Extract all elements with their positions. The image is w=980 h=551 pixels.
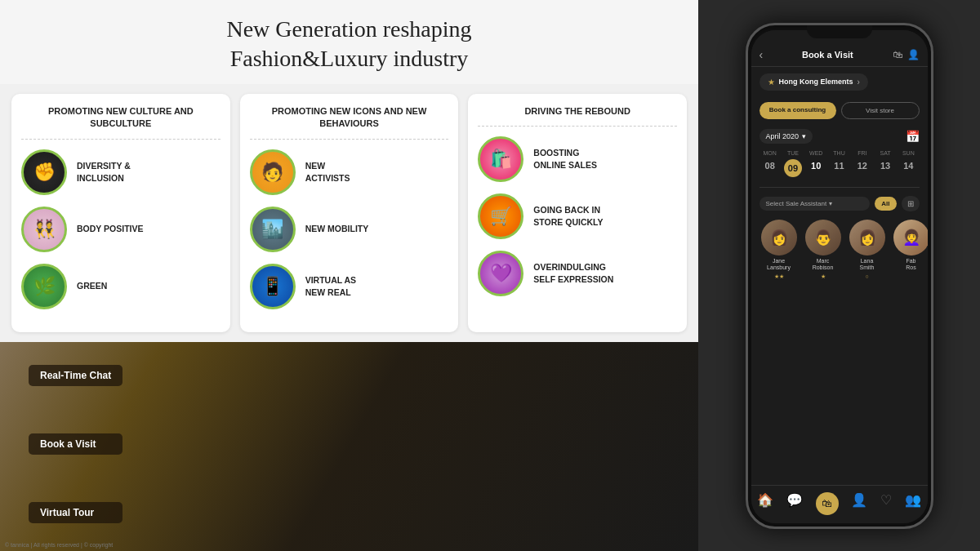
store-label: GOING BACK INSTORE QUICKLY	[533, 204, 603, 228]
card-culture-title: PROMOTING NEW CULTURE AND SUBCULTURE	[21, 105, 220, 140]
green-icon: 🌿	[21, 264, 67, 309]
staff-avatar-marc: 👨	[805, 220, 841, 256]
day-header-tue: TUE	[782, 150, 804, 156]
virtual-icon: 📱	[250, 264, 296, 309]
day-header-sun: SUN	[898, 150, 919, 156]
nav-home-icon[interactable]: 🏠	[757, 492, 773, 515]
title-line2: Fashion&Luxury industry	[230, 46, 469, 71]
nav-person-icon[interactable]: 👤	[851, 492, 867, 515]
green-label: GREEN	[77, 280, 107, 292]
calendar-section: April 2020 ▾ 📅 MON TUE WED THU FRI SAT S…	[751, 124, 928, 182]
day-9-active[interactable]: 09	[784, 159, 802, 177]
day-13[interactable]: 13	[875, 159, 896, 177]
staff-item-marc[interactable]: 👨 MarcRobison ★	[804, 220, 843, 281]
staff-row: 👩 JaneLansbury ★★ 👨 MarcRobison ★ 👩 Lana…	[751, 215, 928, 286]
day-12[interactable]: 12	[852, 159, 873, 177]
phone-mockup: ‹ Book a Visit 🛍 👤 ★ Hong Kong Elements …	[746, 23, 933, 529]
card-item: 🛒 GOING BACK INSTORE QUICKLY	[478, 193, 677, 239]
assistant-row: Select Sale Assistant ▾ All ⊞	[751, 193, 928, 215]
phone-notch	[807, 25, 872, 38]
action-buttons: Book a consulting Visit store	[751, 97, 928, 124]
day-8[interactable]: 08	[760, 159, 781, 177]
month-label: April 2020	[766, 132, 800, 140]
month-selector[interactable]: April 2020 ▾	[760, 129, 813, 144]
card-rebound-title: DRIVING THE REBOUND	[478, 105, 677, 127]
card-item: ✊ DIVERSITY &INCLUSION	[21, 149, 220, 195]
body-positive-label: BODY POSITIVE	[77, 223, 144, 235]
card-icons-title: PROMOTING NEW ICONS AND NEW BEHAVIOURS	[250, 105, 449, 140]
day-header-wed: WED	[805, 150, 826, 156]
divider	[760, 187, 920, 188]
card-item: 💜 OVERINDULGINGSELF EXPRESSION	[478, 251, 677, 296]
visit-store-button[interactable]: Visit store	[841, 102, 920, 119]
chevron-down-icon: ▾	[802, 132, 806, 140]
staff-name-lana: LanaSmith	[860, 258, 875, 272]
label-book-visit: Book a Visit	[29, 433, 122, 455]
grid-view-button[interactable]: ⊞	[902, 196, 920, 211]
profile-icon[interactable]: 👤	[907, 49, 920, 60]
store-icon: 🛒	[478, 193, 523, 239]
staff-item-fab[interactable]: 👩‍🦱 FabRos	[892, 220, 928, 281]
day-11[interactable]: 11	[828, 159, 849, 177]
mobility-icon: 🏙️	[250, 207, 296, 252]
app-icons-right: 🛍 👤	[893, 49, 920, 60]
online-sales-label: BOOSTINGONLINE SALES	[533, 147, 597, 171]
venue-star: ★	[768, 78, 775, 87]
staff-stars-lana: ○	[865, 273, 868, 279]
staff-avatar-lana: 👩	[849, 220, 885, 256]
back-button[interactable]: ‹	[760, 48, 764, 61]
cards-row: PROMOTING NEW CULTURE AND SUBCULTURE ✊ D…	[0, 84, 698, 342]
online-sales-icon: 🛍️	[478, 136, 523, 182]
day-numbers: 08 09 10 11 12 13 14	[760, 159, 920, 177]
staff-avatar-jane: 👩	[761, 220, 797, 256]
app-bottom-nav: 🏠 💬 🛍 👤 ♡ 👥	[751, 485, 928, 523]
diversity-icon: ✊	[21, 149, 67, 195]
left-panel: New Generation reshaping Fashion&Luxury …	[0, 0, 698, 551]
card-item: 🌿 GREEN	[21, 264, 220, 309]
label-realtime-chat: Real-Time Chat	[29, 365, 122, 386]
staff-stars-marc: ★	[821, 273, 826, 280]
day-14[interactable]: 14	[898, 159, 919, 177]
bottom-content: Real-Time Chat Book a Visit Virtual Tour	[0, 342, 698, 551]
venue-row: ★ Hong Kong Elements ›	[751, 67, 928, 97]
activist-label: NEWACTIVISTS	[305, 160, 350, 184]
activist-icon: 🧑	[250, 149, 296, 195]
nav-user-icon[interactable]: 👥	[905, 492, 921, 515]
assistant-selector[interactable]: Select Sale Assistant ▾	[760, 197, 871, 211]
nav-heart-icon[interactable]: ♡	[880, 492, 892, 515]
staff-item-jane[interactable]: 👩 JaneLansbury ★★	[760, 220, 799, 281]
day-headers: MON TUE WED THU FRI SAT SUN	[760, 150, 920, 156]
app-title: Book a Visit	[802, 50, 853, 60]
chevron-right-icon: ›	[858, 78, 860, 87]
all-filter-button[interactable]: All	[875, 197, 896, 211]
body-positive-icon: 👯	[21, 207, 67, 252]
venue-name-tag[interactable]: ★ Hong Kong Elements ›	[760, 73, 868, 91]
nav-chat-icon[interactable]: 💬	[786, 492, 803, 515]
virtual-label: VIRTUAL ASNEW REAL	[305, 274, 356, 298]
day-header-thu: THU	[828, 150, 849, 156]
selfexp-label: OVERINDULGINGSELF EXPRESSION	[533, 261, 613, 285]
card-item: 👯 BODY POSITIVE	[21, 207, 220, 252]
right-panel: ‹ Book a Visit 🛍 👤 ★ Hong Kong Elements …	[698, 0, 980, 551]
day-10[interactable]: 10	[805, 159, 826, 177]
chevron-down-icon: ▾	[829, 200, 832, 207]
nav-shop-icon[interactable]: 🛍	[816, 492, 839, 515]
staff-name-fab: FabRos	[906, 258, 915, 272]
phone-screen: ‹ Book a Visit 🛍 👤 ★ Hong Kong Elements …	[751, 30, 928, 523]
card-culture: PROMOTING NEW CULTURE AND SUBCULTURE ✊ D…	[11, 94, 230, 332]
staff-name-jane: JaneLansbury	[767, 258, 791, 272]
day-header-sat: SAT	[875, 150, 896, 156]
calendar-icon[interactable]: 📅	[906, 130, 920, 143]
mobility-label: NEW MOBILITY	[305, 223, 369, 235]
cart-icon[interactable]: 🛍	[893, 49, 902, 60]
title-line1: New Generation reshaping	[226, 16, 471, 42]
staff-item-lana[interactable]: 👩 LanaSmith ○	[848, 220, 887, 281]
card-icons: PROMOTING NEW ICONS AND NEW BEHAVIOURS 🧑…	[240, 94, 459, 332]
staff-stars-jane: ★★	[774, 273, 784, 280]
day-header-mon: MON	[760, 150, 781, 156]
page-title: New Generation reshaping Fashion&Luxury …	[0, 15, 698, 74]
header-section: New Generation reshaping Fashion&Luxury …	[0, 0, 698, 84]
card-rebound: DRIVING THE REBOUND 🛍️ BOOSTINGONLINE SA…	[468, 94, 687, 332]
book-consulting-button[interactable]: Book a consulting	[760, 102, 836, 119]
venue-label: Hong Kong Elements	[779, 78, 853, 86]
